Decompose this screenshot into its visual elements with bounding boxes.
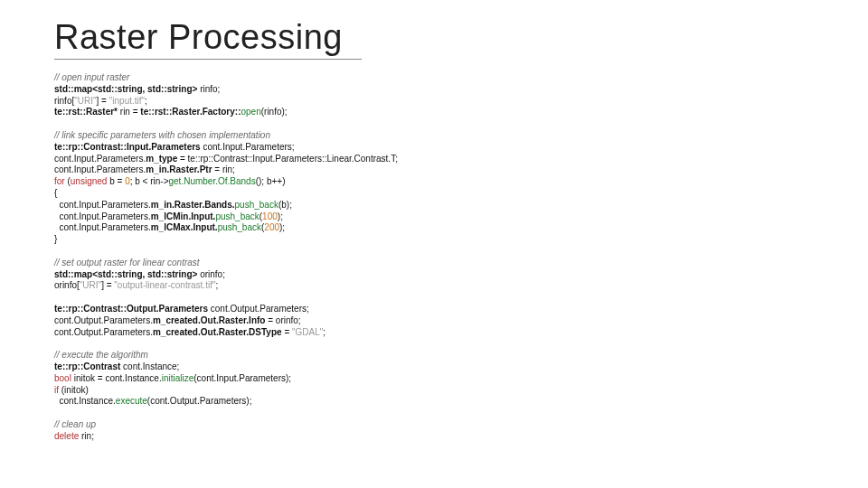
code-line: std::map<std::string, std::string> (54, 84, 197, 94)
slide-title: Raster Processing (54, 18, 362, 60)
code-comment: // clean up (54, 419, 96, 429)
slide: Raster Processing // open input raster s… (0, 0, 868, 488)
code-block: // open input raster std::map<std::strin… (54, 72, 814, 443)
code-comment: // execute the algorithm (54, 350, 148, 360)
code-comment: // set output raster for linear contrast (54, 258, 200, 267)
code-comment: // open input raster (54, 72, 129, 82)
code-comment: // link specific parameters with chosen … (54, 130, 270, 140)
